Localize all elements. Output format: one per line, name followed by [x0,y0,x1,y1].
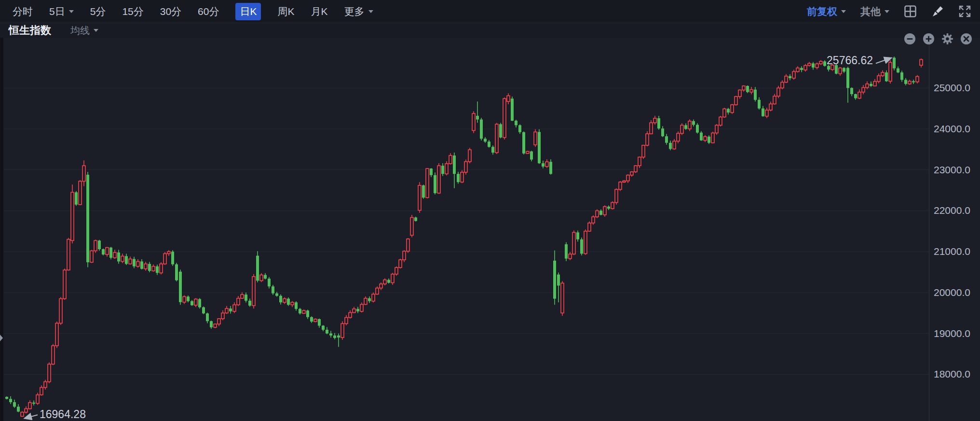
svg-text:19000.0: 19000.0 [934,328,970,339]
svg-text:20000.0: 20000.0 [934,287,970,298]
period-tab-1[interactable]: 5日 [49,5,74,18]
period-tab-label: 5日 [49,5,65,18]
other-dropdown[interactable]: 其他 [860,5,889,18]
period-tab-4[interactable]: 30分 [160,5,181,18]
svg-text:22000.0: 22000.0 [934,205,970,216]
symbol-header: 恒生指数 均线 [0,23,980,38]
period-tab-label: 分时 [13,5,33,18]
svg-text:25000.0: 25000.0 [934,82,970,93]
svg-text:18000.0: 18000.0 [934,368,970,379]
period-tab-label: 60分 [198,5,219,18]
chevron-down-icon [94,29,98,32]
zoom-in-icon[interactable] [923,33,935,45]
period-tab-5[interactable]: 60分 [198,5,219,18]
period-tab-6[interactable]: 日K [235,3,261,20]
period-tab-9[interactable]: 更多 [344,5,373,18]
svg-text:23000.0: 23000.0 [934,164,970,175]
ma-dropdown[interactable]: 均线 [70,24,98,37]
period-tab-label: 月K [311,5,327,18]
period-tab-label: 周K [277,5,294,18]
period-tab-7[interactable]: 周K [277,5,294,18]
candlestick-chart[interactable]: 25000.024000.023000.022000.021000.020000… [0,38,980,421]
adjust-mode-dropdown[interactable]: 前复权 [807,5,846,18]
symbol-name: 恒生指数 [9,23,51,38]
left-panel-edge [0,38,3,421]
chevron-down-icon [885,10,889,13]
chevron-down-icon [69,10,74,13]
period-tab-2[interactable]: 5分 [90,5,106,18]
close-icon[interactable] [960,33,972,45]
settings-icon[interactable] [941,33,953,45]
annotations: 25766.6216964.28 [25,54,891,421]
svg-text:16964.28: 16964.28 [40,408,86,421]
period-tab-label: 30分 [160,5,181,18]
svg-text:24000.0: 24000.0 [934,123,970,134]
fullscreen-icon[interactable] [958,5,971,18]
chevron-down-icon [368,10,373,13]
period-tab-label: 5分 [90,5,106,18]
period-tab-label: 15分 [122,5,143,18]
toolbar-right-group: 前复权 其他 [807,5,980,18]
svg-text:25766.62: 25766.62 [827,54,873,67]
period-toolbar: 分时5日5分15分30分60分日K周K月K更多 前复权 其他 [0,0,980,23]
zoom-out-icon[interactable] [904,33,916,45]
svg-text:21000.0: 21000.0 [934,246,970,257]
stock-chart-app: 分时5日5分15分30分60分日K周K月K更多 前复权 其他 [0,0,980,421]
pane-controls [904,33,972,45]
period-tab-label: 日K [240,5,257,18]
panel-collapse-handle [0,335,3,341]
period-tab-8[interactable]: 月K [311,5,327,18]
candles [5,56,923,417]
period-tab-label: 更多 [344,5,365,18]
grid-lines [4,88,929,374]
brush-icon[interactable] [931,5,944,18]
adjust-mode-label: 前复权 [807,5,837,18]
other-label: 其他 [860,5,881,18]
chevron-down-icon [841,10,846,13]
price-axis: 25000.024000.023000.022000.021000.020000… [929,38,970,421]
grid-layout-icon[interactable] [904,5,917,18]
period-tab-0[interactable]: 分时 [13,5,33,18]
ma-label: 均线 [70,24,90,37]
period-tab-3[interactable]: 15分 [122,5,143,18]
period-tabs: 分时5日5分15分30分60分日K周K月K更多 [13,3,373,20]
